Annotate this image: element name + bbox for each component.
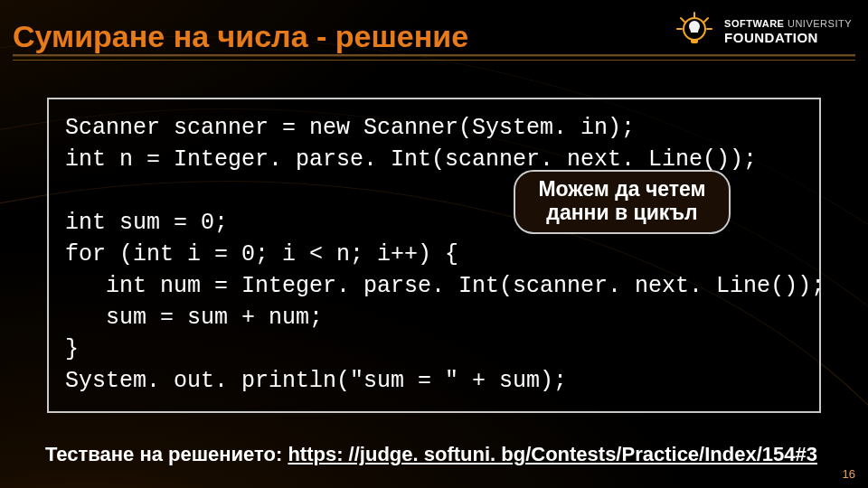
code-line: int n = Integer. parse. Int(scanner. nex…	[65, 146, 757, 173]
code-block: Scanner scanner = new Scanner(System. in…	[47, 98, 821, 413]
callout-bubble: Можем да четем данни в цикъл	[514, 170, 731, 234]
page-title: Сумиране на числа - решение	[13, 20, 468, 53]
brand-word: FOUNDATION	[724, 31, 852, 44]
footer-link[interactable]: https: //judge. softuni. bg/Contests/Pra…	[288, 443, 817, 465]
header: Сумиране на числа - решение SOFTWARE UNI…	[0, 0, 868, 74]
code-line: Scanner scanner = new Scanner(System. in…	[65, 115, 635, 141]
callout-line: данни в цикъл	[526, 201, 718, 224]
brand-word: SOFTWARE	[724, 18, 784, 29]
svg-line-2	[681, 18, 684, 22]
footer-label: Тестване на решението:	[45, 443, 288, 465]
code-line: sum = sum + num;	[65, 305, 323, 331]
code-line: for (int i = 0; i < n; i++) {	[65, 241, 458, 267]
brand-text: SOFTWARE UNIVERSITY FOUNDATION	[724, 19, 852, 44]
svg-line-3	[704, 18, 708, 22]
footer-text: Тестване на решението: https: //judge. s…	[45, 443, 817, 466]
code-line: int num = Integer. parse. Int(scanner. n…	[65, 273, 825, 299]
callout-line: Можем да четем	[526, 177, 718, 201]
code-line: System. out. println("sum = " + sum);	[65, 368, 567, 394]
lightbulb-icon	[674, 11, 715, 52]
page-number: 16	[843, 467, 855, 481]
brand-logo: SOFTWARE UNIVERSITY FOUNDATION	[674, 11, 852, 52]
code-line: int sum = 0;	[65, 210, 228, 236]
brand-word: UNIVERSITY	[788, 18, 852, 29]
code-line: }	[65, 336, 79, 362]
